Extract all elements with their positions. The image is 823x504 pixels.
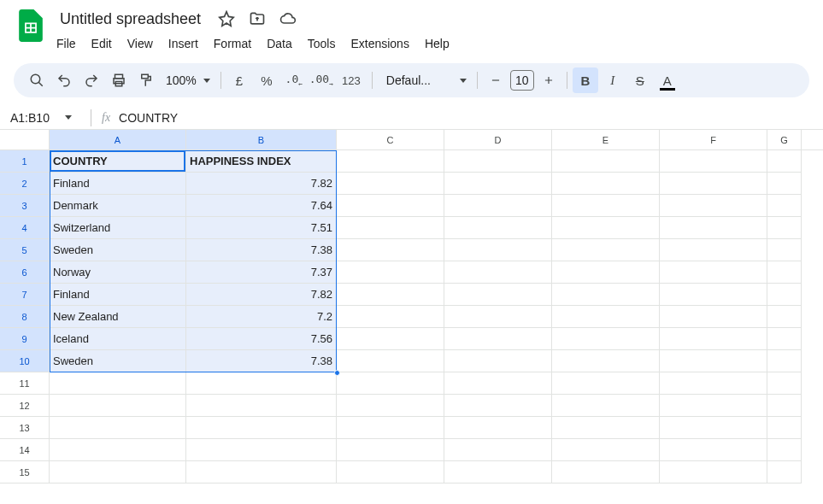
cell[interactable] (444, 306, 552, 328)
undo-icon[interactable] (51, 67, 77, 93)
decrease-decimal-icon[interactable]: .0← (281, 67, 307, 93)
cell[interactable] (337, 239, 444, 261)
menu-tools[interactable]: Tools (301, 33, 343, 54)
cell[interactable] (767, 261, 802, 284)
cell[interactable] (186, 461, 337, 483)
cell[interactable] (552, 328, 660, 350)
cell[interactable] (337, 350, 444, 372)
cell[interactable] (50, 461, 186, 483)
cell[interactable]: Finland (50, 173, 186, 195)
row-header[interactable]: 3 (0, 195, 50, 217)
cell[interactable] (552, 306, 660, 328)
percent-button[interactable]: % (254, 67, 279, 93)
row-header[interactable]: 8 (0, 306, 50, 328)
cell[interactable] (444, 439, 552, 461)
row-header[interactable]: 5 (0, 239, 50, 261)
cell[interactable] (660, 461, 767, 483)
cell[interactable] (767, 372, 802, 395)
cell[interactable] (337, 284, 444, 306)
cell[interactable] (660, 350, 767, 372)
cell[interactable]: Norway (50, 261, 186, 284)
column-header-F[interactable]: F (660, 130, 767, 149)
formula-input[interactable]: COUNTRY (119, 111, 178, 125)
bold-button[interactable]: B (573, 67, 598, 93)
cell[interactable] (660, 306, 767, 328)
italic-button[interactable]: I (600, 67, 626, 93)
increase-decimal-icon[interactable]: .00→ (309, 67, 334, 93)
row-header[interactable]: 11 (0, 372, 50, 395)
cell[interactable] (444, 350, 552, 372)
cell[interactable] (660, 328, 767, 350)
cell[interactable]: 7.2 (186, 306, 337, 328)
row-header[interactable]: 15 (0, 461, 50, 483)
cell[interactable]: 7.37 (186, 261, 337, 284)
cell[interactable]: HAPPINESS INDEX (186, 150, 337, 173)
cell[interactable]: 7.38 (186, 350, 337, 372)
cell[interactable] (50, 395, 186, 417)
cell[interactable] (660, 372, 767, 395)
sheets-logo[interactable] (14, 9, 48, 43)
cell[interactable] (552, 195, 660, 217)
cell[interactable] (552, 417, 660, 439)
cell[interactable] (337, 395, 444, 417)
more-formats-button[interactable]: 123 (336, 67, 367, 93)
menu-file[interactable]: File (50, 33, 83, 54)
cell[interactable] (767, 284, 802, 306)
document-title[interactable]: Untitled spreadsheet (55, 9, 206, 30)
cell[interactable] (186, 417, 337, 439)
cell[interactable] (660, 261, 767, 284)
cell[interactable] (444, 150, 552, 173)
redo-icon[interactable] (79, 67, 104, 93)
cell[interactable] (444, 195, 552, 217)
cell[interactable] (50, 439, 186, 461)
cell[interactable] (444, 372, 552, 395)
strikethrough-button[interactable]: S (627, 67, 653, 93)
cell[interactable] (660, 217, 767, 239)
cell[interactable] (660, 195, 767, 217)
cell[interactable] (767, 439, 802, 461)
cell[interactable] (767, 350, 802, 372)
cell[interactable] (444, 417, 552, 439)
cell[interactable] (660, 417, 767, 439)
row-header[interactable]: 1 (0, 150, 50, 173)
column-header-G[interactable]: G (767, 130, 802, 149)
cell[interactable] (444, 328, 552, 350)
menu-view[interactable]: View (121, 33, 160, 54)
cell[interactable] (552, 350, 660, 372)
row-header[interactable]: 14 (0, 439, 50, 461)
cell[interactable]: 7.82 (186, 284, 337, 306)
cell[interactable] (186, 372, 337, 395)
cell[interactable]: COUNTRY (50, 150, 186, 173)
column-header-C[interactable]: C (337, 130, 444, 149)
cell[interactable] (767, 173, 802, 195)
cell[interactable] (552, 284, 660, 306)
select-all-corner[interactable] (0, 130, 50, 149)
cell[interactable] (50, 417, 186, 439)
cell[interactable] (552, 372, 660, 395)
cloud-status-icon[interactable] (278, 9, 298, 29)
cell[interactable] (444, 173, 552, 195)
menu-format[interactable]: Format (207, 33, 258, 54)
cell[interactable] (337, 306, 444, 328)
cell[interactable] (660, 173, 767, 195)
text-color-button[interactable]: A (655, 67, 680, 93)
menu-edit[interactable]: Edit (85, 33, 119, 54)
cell[interactable] (444, 217, 552, 239)
column-header-D[interactable]: D (444, 130, 552, 149)
cell[interactable] (337, 372, 444, 395)
cell[interactable] (552, 217, 660, 239)
row-header[interactable]: 12 (0, 395, 50, 417)
row-header[interactable]: 10 (0, 350, 50, 372)
cell[interactable] (767, 417, 802, 439)
menu-data[interactable]: Data (260, 33, 299, 54)
cell[interactable] (337, 328, 444, 350)
column-header-B[interactable]: B (186, 130, 337, 149)
cell[interactable] (552, 239, 660, 261)
cell[interactable] (552, 150, 660, 173)
cell[interactable]: Switzerland (50, 217, 186, 239)
cell[interactable] (444, 461, 552, 483)
menu-insert[interactable]: Insert (162, 33, 205, 54)
cell[interactable] (337, 439, 444, 461)
cell[interactable] (767, 150, 802, 173)
row-header[interactable]: 2 (0, 173, 50, 195)
